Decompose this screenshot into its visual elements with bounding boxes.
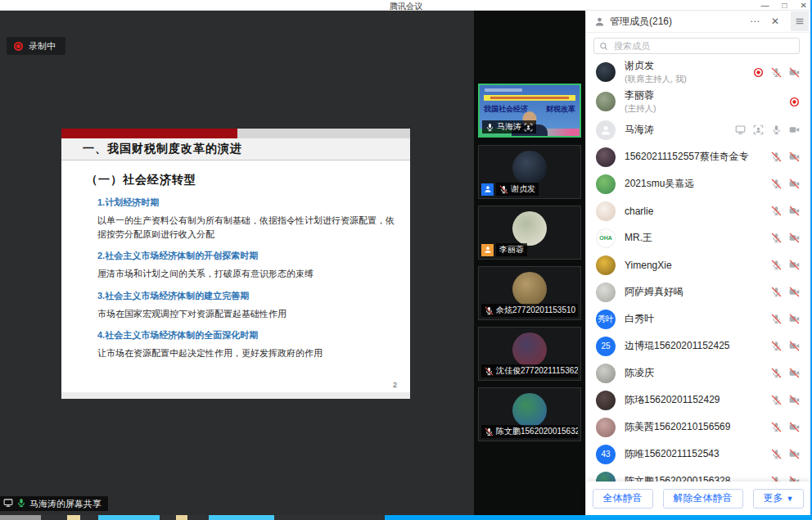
mic-off-icon bbox=[499, 185, 508, 194]
member-name: MR.王 bbox=[625, 231, 652, 245]
member-list[interactable]: 谢贞发(联席主持人, 我)李丽蓉(主持人)马海涛15620211152557蔡佳… bbox=[586, 57, 810, 515]
member-row[interactable]: YimengXie bbox=[586, 251, 810, 278]
mic-off-icon[interactable] bbox=[771, 422, 782, 432]
cam-off-icon[interactable] bbox=[789, 260, 800, 270]
video-thumbnail[interactable]: 陈文鹏15620200156328 bbox=[478, 387, 581, 441]
member-row[interactable]: 陈珞15620201152429 bbox=[586, 387, 810, 414]
thumbnail-participant-name: 马海涛 bbox=[497, 121, 521, 133]
member-row[interactable]: 15620211152557蔡佳奇金专 bbox=[586, 143, 810, 170]
member-status-icons bbox=[771, 233, 800, 243]
member-row[interactable]: OHAMR.王 bbox=[586, 224, 810, 251]
thumbnail-name-label: 马海涛 bbox=[482, 120, 536, 133]
member-search-box[interactable] bbox=[593, 38, 800, 54]
member-row[interactable]: 谢贞发(联席主持人, 我) bbox=[586, 57, 810, 87]
cam-off-icon[interactable] bbox=[789, 179, 800, 189]
member-search-input[interactable] bbox=[612, 40, 794, 52]
panel-title: 管理成员(216) bbox=[610, 15, 672, 29]
member-avatar bbox=[596, 418, 616, 437]
mic-active-icon bbox=[16, 496, 26, 511]
member-row[interactable]: 25边博琨15620201152425 bbox=[586, 332, 810, 359]
mic-off-icon[interactable] bbox=[771, 368, 782, 378]
video-thumbnail[interactable]: 沈佳俊27720211153627 bbox=[478, 327, 581, 381]
member-avatar bbox=[596, 62, 616, 82]
member-row[interactable]: 阿萨姆真好喝 bbox=[586, 278, 810, 305]
member-name: 白秀叶 bbox=[625, 312, 654, 326]
cam-off-icon[interactable] bbox=[789, 341, 800, 351]
mic-off-icon[interactable] bbox=[771, 151, 782, 162]
window-title: 腾讯会议 bbox=[0, 1, 812, 12]
thumbnail-name-label: 陈文鹏15620200156328 bbox=[481, 425, 578, 438]
cam-off-icon[interactable] bbox=[789, 314, 800, 324]
thumbnail-name-label: 谢贞发 bbox=[496, 183, 539, 196]
member-name: 谢贞发 bbox=[625, 59, 687, 73]
panel-close-icon[interactable]: ✕ bbox=[771, 16, 779, 27]
mic-off-icon[interactable] bbox=[771, 206, 782, 216]
mic-off-icon bbox=[485, 367, 494, 376]
video-thumbnail[interactable]: 谢贞发 bbox=[478, 145, 581, 199]
screen-icon[interactable] bbox=[735, 124, 746, 135]
minimize-button[interactable]: — bbox=[761, 0, 769, 11]
more-button[interactable]: 更多▼ bbox=[753, 489, 805, 509]
mic-off-icon[interactable] bbox=[771, 179, 782, 189]
search-icon bbox=[599, 42, 608, 51]
video-thumbnail[interactable]: 我国社会经济财税改革马海涛 bbox=[478, 84, 581, 138]
mic-on-icon[interactable] bbox=[771, 124, 782, 135]
record-icon[interactable] bbox=[753, 67, 764, 78]
member-row[interactable]: 2021smu吴嘉远 bbox=[586, 170, 810, 197]
screen-share-view: 录制中 一、我国财税制度改革的演进 （一）社会经济转型 1.计划经济时期以单一的… bbox=[0, 11, 474, 515]
mic-off-icon[interactable] bbox=[771, 341, 782, 351]
mic-off-icon[interactable] bbox=[771, 314, 782, 324]
tencent-meeting-window: 腾讯会议 — □ ✕ 录制中 一、我国财税制度改革的演进 （一）社会经济转型 1… bbox=[0, 0, 812, 520]
member-row[interactable]: 陈凌庆 bbox=[586, 359, 810, 387]
member-row[interactable]: 李丽蓉(主持人) bbox=[586, 87, 810, 116]
panel-dock-icon[interactable] bbox=[791, 11, 809, 31]
cam-off-icon[interactable] bbox=[789, 449, 800, 459]
close-button[interactable]: ✕ bbox=[801, 0, 807, 11]
slide-section-heading: 1.计划经济时期 bbox=[97, 197, 397, 209]
slide-subtitle: （一）社会经济转型 bbox=[86, 173, 410, 188]
slide-red-bar bbox=[61, 129, 237, 138]
cam-off-icon[interactable] bbox=[789, 151, 800, 162]
thumbnail-participant-name: 谢贞发 bbox=[511, 183, 535, 195]
cam-off-icon[interactable] bbox=[789, 422, 800, 432]
cam-off-icon[interactable] bbox=[789, 67, 800, 78]
member-avatar: 43 bbox=[596, 445, 616, 464]
member-status-icons bbox=[771, 422, 800, 432]
member-row[interactable]: 马海涛 bbox=[586, 116, 810, 143]
cam-off-icon[interactable] bbox=[789, 287, 800, 297]
recording-label: 录制中 bbox=[29, 40, 56, 52]
member-name: charlie bbox=[625, 206, 653, 217]
panel-more-icon[interactable]: ⋯ bbox=[750, 16, 760, 27]
cam-off-icon[interactable] bbox=[789, 206, 800, 216]
mic-off-icon[interactable] bbox=[771, 287, 782, 297]
member-row[interactable]: 43陈唯15620211152543 bbox=[586, 441, 810, 468]
mic-off-icon[interactable] bbox=[771, 449, 782, 459]
mic-off-icon[interactable] bbox=[771, 260, 782, 270]
cam-off-icon[interactable] bbox=[789, 395, 800, 405]
record-icon[interactable] bbox=[789, 97, 800, 107]
member-status-icons bbox=[771, 151, 800, 162]
member-row[interactable]: 陈美茜15620210156569 bbox=[586, 414, 810, 441]
member-row[interactable]: 秀叶白秀叶 bbox=[586, 305, 810, 332]
member-name: 陈美茜15620210156569 bbox=[625, 420, 730, 434]
video-thumbnail[interactable]: 佘炫27720201153510 bbox=[478, 266, 581, 320]
cam-off-icon[interactable] bbox=[789, 233, 800, 243]
mic-off-icon[interactable] bbox=[771, 67, 782, 78]
mute-all-button[interactable]: 全体静音 bbox=[593, 489, 653, 509]
video-thumbnail[interactable]: 李丽蓉 bbox=[478, 206, 581, 260]
maximize-button[interactable]: □ bbox=[783, 0, 787, 11]
member-name: 陈凌庆 bbox=[625, 366, 654, 380]
cohost-badge bbox=[481, 183, 494, 196]
thumbnail-participant-name: 李丽蓉 bbox=[499, 244, 524, 255]
unmute-all-button[interactable]: 解除全体静音 bbox=[663, 489, 743, 509]
cam-off-icon[interactable] bbox=[789, 368, 800, 378]
slide-section-body: 厘清市场和计划之间的关系，打破原有意识形态的束缚 bbox=[97, 267, 397, 281]
portrait-icon[interactable] bbox=[753, 124, 764, 135]
cam-on-icon[interactable] bbox=[789, 124, 800, 135]
member-status-icons bbox=[735, 124, 800, 135]
member-row[interactable]: charlie bbox=[586, 197, 810, 224]
mic-off-icon[interactable] bbox=[771, 395, 782, 405]
portrait-icon bbox=[524, 123, 533, 132]
member-status-icons bbox=[771, 449, 800, 459]
mic-off-icon[interactable] bbox=[771, 233, 782, 243]
